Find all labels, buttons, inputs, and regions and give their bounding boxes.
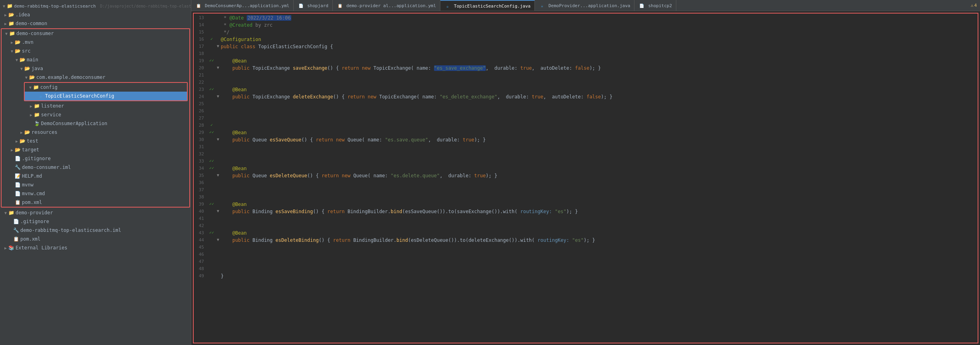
sidebar-item-DemoConsumerApp[interactable]: ▶ 🍃 DemoConsumerApplication xyxy=(2,119,189,128)
ext-libs-icon: 📚 xyxy=(8,245,14,251)
package-label: com.example.democonsumer xyxy=(36,74,105,80)
ppom-icon: 📋 xyxy=(13,236,19,242)
warning-badge: ⚠ 4 xyxy=(971,0,980,11)
editor-area: 📋 DemoConsumerAp...application.yml 📄 sho… xyxy=(191,0,980,345)
sidebar-item-java[interactable]: ▼ 📂 java xyxy=(2,64,189,73)
code-line-13: 13 * @Date 2022/3/22 16:06 xyxy=(194,15,978,22)
sidebar-item-resources[interactable]: ▶ 📂 resources xyxy=(2,128,189,137)
tab-label-4: DemoProvider...application.java xyxy=(548,3,630,8)
sidebar-item-mvnw-cmd[interactable]: ▶ 📄 mvnw.cmd xyxy=(2,189,189,198)
code-line-40: 40 ▼ public Binding esSaveBinding() { re… xyxy=(194,209,978,216)
sidebar-item-target[interactable]: ▶ 📂 target xyxy=(2,145,189,154)
rabbitmq-iml-label: demo-rabbitmq-top-elasticsearch.iml xyxy=(20,227,121,233)
tab-democonsumer-app[interactable]: 📋 DemoConsumerAp...application.yml xyxy=(191,0,294,11)
tab-demo-provider-java[interactable]: ☕ DemoProvider...application.java xyxy=(535,0,634,11)
test-label: test xyxy=(27,138,38,144)
idea-label: .idea xyxy=(16,12,30,18)
sidebar-item-external-libraries[interactable]: ▶ 📚 External Libraries xyxy=(0,243,191,252)
code-line-45: 45 xyxy=(194,245,978,252)
sidebar-item-help[interactable]: ▶ 📝 HELP.md xyxy=(2,172,189,180)
pom-label: pom.xml xyxy=(22,200,42,205)
tab-label-2: demo-provider al...application.yml xyxy=(346,3,436,8)
sidebar-item-pom-provider[interactable]: ▶ 📋 pom.xml xyxy=(0,235,191,243)
target-icon: 📂 xyxy=(14,147,21,153)
tab-icon-5: ☕ xyxy=(539,2,545,9)
code-line-18: 18 xyxy=(194,51,978,58)
spring-app-icon: 🍃 xyxy=(33,120,40,127)
topic-config-label: TopicElasticSearchConfig xyxy=(45,93,114,99)
project-root[interactable]: ▼ 📁 demo-rabbitmq-top-elasticsearch D:/j… xyxy=(0,2,191,10)
help-label: HELP.md xyxy=(22,173,42,179)
expand-arrow-target: ▶ xyxy=(10,147,14,152)
code-line-48: 48 xyxy=(194,266,978,273)
config-label: config xyxy=(40,84,57,90)
sidebar-item-package[interactable]: ▼ 📂 com.example.democonsumer xyxy=(2,73,189,82)
expand-arrow-consumer: ▼ xyxy=(4,31,9,36)
sidebar-item-TopicElasticSearchConfig[interactable]: ▶ ☕ TopicElasticSearchConfig xyxy=(25,92,187,100)
config-group: ▼ 📁 config ▶ ☕ TopicElasticSearchConfig xyxy=(24,82,188,101)
demo-consumer-label: demo-consumer xyxy=(16,31,54,36)
mvnw-cmd-label: mvnw.cmd xyxy=(22,191,45,196)
sidebar-item-test[interactable]: ▶ 📂 test xyxy=(2,137,189,145)
iml-label: demo-consumer.iml xyxy=(22,165,71,170)
sidebar-item-pom[interactable]: ▶ 📋 pom.xml xyxy=(2,198,189,207)
sidebar-item-config[interactable]: ▼ 📁 config xyxy=(25,83,187,92)
code-line-46: 46 xyxy=(194,252,978,259)
code-content: 13 * @Date 2022/3/22 16:06 14 * @Created… xyxy=(193,13,978,343)
sidebar-item-rabbitmq-iml[interactable]: ▶ 🔧 demo-rabbitmq-top-elasticsearch.iml xyxy=(0,226,191,235)
sidebar-item-mvnw[interactable]: ▶ 📄 mvnw xyxy=(2,180,189,189)
tab-topic-elastic[interactable]: ☕ TopicElasticSearchConfig.java xyxy=(440,0,535,11)
service-label: service xyxy=(41,112,61,118)
warning-icon: ⚠ xyxy=(971,3,974,8)
project-icon: 📁 xyxy=(6,3,13,9)
sidebar-item-src[interactable]: ▼ 📂 src xyxy=(2,47,189,55)
sidebar-item-iml[interactable]: ▶ 🔧 demo-consumer.iml xyxy=(2,163,189,172)
external-libraries-label: External Libraries xyxy=(16,245,67,251)
tab-shopitcp2[interactable]: 📄 shopitcp2 xyxy=(634,0,676,11)
expand-arrow-resources: ▶ xyxy=(19,130,24,135)
pom-provider-label: pom.xml xyxy=(20,236,41,242)
no-arrow-mvnw: ▶ xyxy=(10,182,14,187)
sidebar-item-service[interactable]: ▶ 📁 service xyxy=(2,110,189,119)
code-line-32: 32 xyxy=(194,151,978,159)
gitignore-icon: 📄 xyxy=(14,155,21,162)
tab-icon-6: 📄 xyxy=(638,2,645,9)
code-line-22: 22 xyxy=(194,80,978,87)
no-arrow-help: ▶ xyxy=(10,174,14,178)
sidebar-item-demo-provider[interactable]: ▼ 📁 demo-provider xyxy=(0,208,191,217)
tab-demo-provider-app[interactable]: 📋 demo-provider al...application.yml xyxy=(333,0,440,11)
tab-label-5: shopitcp2 xyxy=(648,3,672,8)
resources-label: resources xyxy=(31,129,57,135)
sidebar-item-demo-common[interactable]: ▶ 📁 demo-common xyxy=(0,19,191,28)
code-line-21: 21 xyxy=(194,73,978,80)
expand-arrow-pkg: ▼ xyxy=(24,75,29,80)
code-line-19: 19 ✓✓ @Bean xyxy=(194,58,978,65)
expand-arrow-provider: ▼ xyxy=(3,210,8,215)
sidebar-item-demo-consumer[interactable]: ▼ 📁 demo-consumer xyxy=(2,29,189,38)
code-line-38: 38 xyxy=(194,194,978,202)
tab-label-0: DemoConsumerAp...application.yml xyxy=(205,3,289,8)
code-line-16: 16 ✓ @Configuration xyxy=(194,37,978,44)
test-icon: 📂 xyxy=(19,138,26,144)
sidebar-item-gitignore[interactable]: ▶ 📄 .gitignore xyxy=(2,154,189,163)
sidebar-item-listener[interactable]: ▶ 📁 listener xyxy=(2,102,189,110)
code-line-42: 42 xyxy=(194,223,978,230)
sidebar-item-gitignore2[interactable]: ▶ 📄 .gitignore xyxy=(0,217,191,226)
main-icon: 📂 xyxy=(19,57,26,63)
code-line-17: 17 ▼ public class TopicElasticSearchConf… xyxy=(194,44,978,51)
sidebar-item-mvn[interactable]: ▶ 📂 .mvn xyxy=(2,38,189,47)
expand-arrow-test: ▶ xyxy=(14,139,19,143)
code-editor[interactable]: 13 * @Date 2022/3/22 16:06 14 * @Created… xyxy=(191,11,980,345)
sidebar-item-idea[interactable]: ▶ 📂 .idea xyxy=(0,10,191,19)
code-line-35: 35 ▼ public Queue esDeleteQueue() { retu… xyxy=(194,173,978,180)
code-line-27: 27 xyxy=(194,116,978,123)
provider-icon: 📁 xyxy=(8,210,14,216)
code-line-43: 43 ✓✓ @Bean xyxy=(194,230,978,237)
expand-arrow-listener: ▶ xyxy=(29,104,33,108)
tab-shopjard[interactable]: 📄 shopjard xyxy=(294,0,333,11)
file-tree[interactable]: ▼ 📁 demo-rabbitmq-top-elasticsearch D:/j… xyxy=(0,0,191,345)
tab-icon-3: 📋 xyxy=(337,2,343,9)
expand-arrow-ext: ▶ xyxy=(3,245,8,250)
sidebar-item-main[interactable]: ▼ 📂 main xyxy=(2,55,189,64)
code-line-20: 20 ▼ public TopicExchange saveExchange()… xyxy=(194,65,978,73)
